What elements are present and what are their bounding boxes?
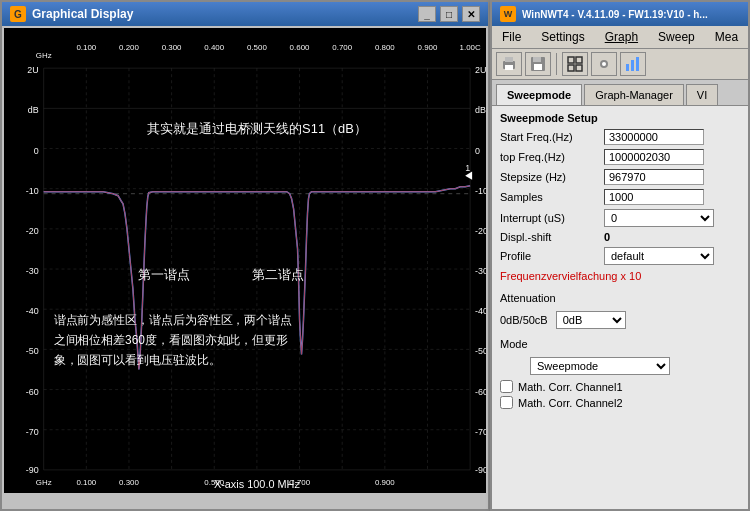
samples-label: Samples [500,191,600,203]
svg-text:-20: -20 [475,226,486,236]
start-freq-value[interactable]: 33000000 [604,129,704,145]
svg-rect-84 [626,64,629,71]
graph-window-title: Graphical Display [32,7,133,21]
svg-text:0.500: 0.500 [247,43,267,52]
displ-shift-row: Displ.-shift 0 [500,231,740,243]
displ-shift-value: 0 [604,231,740,243]
interrupt-label: Interrupt (uS) [500,212,600,224]
svg-text:-50: -50 [26,346,39,356]
toolbar [492,49,748,80]
maximize-button[interactable]: □ [440,6,458,22]
svg-text:1.00C: 1.00C [460,43,481,52]
tab-vi[interactable]: VI [686,84,718,105]
svg-text:-40: -40 [475,306,486,316]
interrupt-row: Interrupt (uS) 0 [500,209,740,227]
tab-sweepmode[interactable]: Sweepmode [496,84,582,105]
toolbar-separator [556,53,557,75]
menu-file[interactable]: File [496,28,527,46]
stepsize-row: Stepsize (Hz) 967970 [500,169,740,185]
mode-row: Mode [500,333,740,353]
svg-rect-77 [534,64,542,70]
svg-text:0.100: 0.100 [76,478,96,487]
attenuation-label: Attenuation [500,292,556,304]
nwt-window-icon: W [500,6,516,22]
samples-value[interactable]: 1000 [604,189,704,205]
menu-graph[interactable]: Graph [599,28,644,46]
minimize-button[interactable]: _ [418,6,436,22]
graph-svg: 2U dB 0 -10 -20 -30 -40 -50 -60 -70 -90 … [4,28,486,493]
tabs-bar: Sweepmode Graph-Manager VI [492,80,748,106]
start-freq-label: Start Freq.(Hz) [500,131,600,143]
svg-text:GHz: GHz [36,478,52,487]
toolbar-btn-grid[interactable] [562,52,588,76]
svg-text:-70: -70 [26,427,39,437]
svg-rect-74 [505,65,513,70]
svg-rect-81 [576,65,582,71]
sweepmode-section-title: Sweepmode Setup [500,112,740,124]
profile-select[interactable]: default [604,247,714,265]
svg-rect-73 [505,57,513,62]
toolbar-btn-save[interactable] [525,52,551,76]
top-freq-label: top Freq.(Hz) [500,151,600,163]
svg-text:之间相位相差360度，看圆图亦如此，但更形: 之间相位相差360度，看圆图亦如此，但更形 [54,333,288,347]
interrupt-select[interactable]: 0 [604,209,714,227]
graph-titlebar: G Graphical Display _ □ ✕ [2,2,488,26]
svg-text:-10: -10 [26,186,39,196]
svg-text:dB: dB [28,105,39,115]
math-corr-ch1-label: Math. Corr. Channel1 [518,381,623,393]
menu-sweep[interactable]: Sweep [652,28,701,46]
graph-area: 2U dB 0 -10 -20 -30 -40 -50 -60 -70 -90 … [4,28,486,493]
svg-rect-78 [568,57,574,63]
math-corr-ch2-label: Math. Corr. Channel2 [518,397,623,409]
svg-text:dB: dB [475,105,486,115]
sweepmode-content: Sweepmode Setup Start Freq.(Hz) 33000000… [492,106,748,418]
toolbar-btn-settings[interactable] [591,52,617,76]
svg-text:-60: -60 [475,387,486,397]
svg-rect-86 [636,57,639,71]
math-corr-ch1-checkbox[interactable] [500,380,513,393]
menu-settings[interactable]: Settings [535,28,590,46]
svg-text:0.100: 0.100 [76,43,96,52]
svg-rect-79 [576,57,582,63]
svg-text:0.900: 0.900 [375,478,395,487]
svg-text:-90: -90 [26,465,39,475]
attenuation-sub: 0dB/50cB [500,314,548,326]
menubar: File Settings Graph Sweep Mea [492,26,748,49]
nwt-window-title: WinNWT4 - V.4.11.09 - FW1.19:V10 - h... [522,9,708,20]
svg-text:-30: -30 [475,266,486,276]
nwt-titlebar: W WinNWT4 - V.4.11.09 - FW1.19:V10 - h..… [492,2,748,26]
svg-text:0: 0 [475,145,480,155]
svg-text:1: 1 [465,163,470,173]
svg-text:0.300: 0.300 [119,478,139,487]
start-freq-row: Start Freq.(Hz) 33000000 [500,129,740,145]
svg-text:0.600: 0.600 [290,43,310,52]
menu-mea[interactable]: Mea [709,28,744,46]
stepsize-value[interactable]: 967970 [604,169,704,185]
svg-rect-0 [4,28,486,493]
close-button[interactable]: ✕ [462,6,480,22]
frequency-warning: Frequenzvervielfachung x 10 [500,270,740,282]
top-freq-row: top Freq.(Hz) 1000002030 [500,149,740,165]
svg-text:0.700: 0.700 [332,43,352,52]
top-freq-value[interactable]: 1000002030 [604,149,704,165]
svg-text:-70: -70 [475,427,486,437]
svg-point-83 [602,62,606,66]
math-corr-ch2-row: Math. Corr. Channel2 [500,396,740,409]
samples-row: Samples 1000 [500,189,740,205]
attenuation-row: Attenuation [500,287,740,307]
svg-text:谐点前为感性区，谐点后为容性区，两个谐点: 谐点前为感性区，谐点后为容性区，两个谐点 [54,313,292,327]
svg-text:0.400: 0.400 [204,43,224,52]
mode-select-row: Sweepmode [500,357,740,375]
svg-text:X-axis  100.0 MHz: X-axis 100.0 MHz [214,478,301,490]
tab-graph-manager[interactable]: Graph-Manager [584,84,684,105]
svg-text:GHz: GHz [36,51,52,60]
attenuation-select[interactable]: 0dB [556,311,626,329]
math-corr-ch2-checkbox[interactable] [500,396,513,409]
svg-rect-80 [568,65,574,71]
toolbar-btn-chart[interactable] [620,52,646,76]
toolbar-btn-print[interactable] [496,52,522,76]
svg-text:象，圆图可以看到电压驻波比。: 象，圆图可以看到电压驻波比。 [54,353,221,367]
svg-text:-30: -30 [26,266,39,276]
mode-select[interactable]: Sweepmode [530,357,670,375]
svg-text:2U: 2U [27,65,38,75]
